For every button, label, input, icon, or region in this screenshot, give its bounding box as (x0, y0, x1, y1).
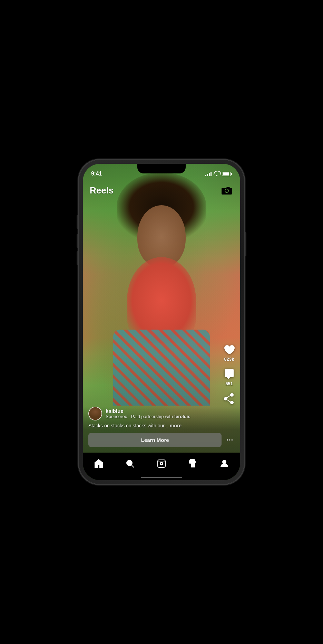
tab-home[interactable] (90, 456, 108, 471)
right-actions: 823k 551 (224, 344, 235, 404)
caption: Stacks on stacks on stacks with our... m… (88, 423, 235, 429)
share-button[interactable] (224, 393, 235, 404)
tab-shop[interactable] (184, 456, 202, 471)
phone-notch (137, 164, 186, 173)
tab-bar (83, 453, 240, 480)
phone-screen: 9:41 R (83, 164, 240, 480)
app-header: Reels (83, 181, 240, 200)
phone-frame: 9:41 R (79, 160, 244, 484)
signal-icon (205, 171, 212, 176)
sponsored-label: Sponsored · Paid partnership with ferold… (106, 414, 190, 419)
tab-search[interactable] (121, 456, 139, 471)
avatar[interactable] (88, 407, 102, 420)
svg-point-10 (161, 463, 162, 464)
user-info-row: kaiblue Sponsored · Paid partnership wit… (88, 407, 235, 420)
comment-button[interactable]: 551 (224, 369, 235, 386)
svg-rect-11 (158, 462, 165, 462)
reels-title: Reels (90, 185, 114, 196)
bottom-overlay: kaiblue Sponsored · Paid partnership wit… (83, 407, 240, 453)
content-area: 9:41 R (83, 164, 240, 480)
svg-point-4 (231, 401, 233, 404)
camera-button[interactable] (220, 184, 233, 197)
svg-point-0 (225, 189, 228, 192)
battery-icon (222, 172, 232, 176)
status-time: 9:41 (91, 171, 102, 177)
username[interactable]: kaiblue (106, 408, 190, 414)
svg-point-5 (224, 397, 227, 400)
wifi-icon (214, 171, 220, 176)
more-options-button[interactable]: ··· (225, 435, 235, 445)
home-indicator (141, 477, 182, 478)
cta-row: Learn More ··· (88, 433, 235, 447)
tab-profile[interactable] (215, 456, 233, 471)
like-count: 823k (224, 357, 234, 362)
tab-reels[interactable] (153, 456, 170, 471)
learn-more-button[interactable]: Learn More (88, 433, 222, 447)
like-button[interactable]: 823k (224, 344, 235, 362)
svg-line-7 (131, 465, 134, 467)
svg-point-3 (231, 394, 233, 396)
user-meta: kaiblue Sponsored · Paid partnership wit… (106, 408, 190, 419)
comment-count: 551 (225, 381, 233, 386)
svg-point-12 (223, 460, 226, 464)
more-link[interactable]: more (170, 423, 182, 428)
status-icons (205, 171, 232, 176)
svg-point-6 (127, 460, 132, 466)
